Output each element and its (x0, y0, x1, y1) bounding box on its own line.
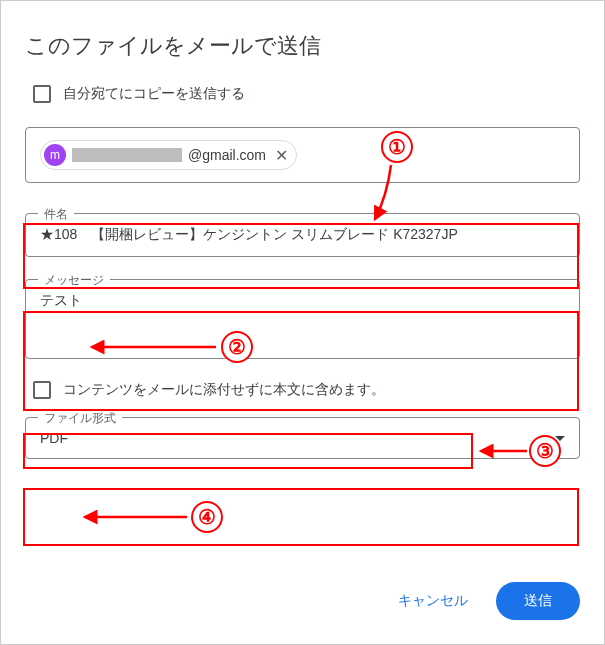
file-format-value[interactable]: PDF (40, 430, 68, 446)
recipient-field[interactable]: m @gmail.com ✕ (25, 127, 580, 183)
email-suffix: @gmail.com (188, 147, 266, 163)
avatar: m (44, 144, 66, 166)
inline-content-label: コンテンツをメールに添付せずに本文に含めます。 (63, 381, 385, 399)
file-format-field[interactable]: ファイル形式 PDF (25, 417, 580, 459)
message-label: メッセージ (38, 272, 110, 289)
close-icon[interactable]: ✕ (272, 146, 290, 164)
annotation-box-4 (23, 488, 579, 546)
inline-content-row: コンテンツをメールに添付せずに本文に含めます。 (33, 381, 580, 399)
dialog-title: このファイルをメールで送信 (25, 31, 580, 61)
send-button[interactable]: 送信 (496, 582, 580, 620)
annotation-number-4: ④ (191, 501, 223, 533)
annotation-arrow-4 (79, 507, 195, 531)
inline-content-checkbox[interactable] (33, 381, 51, 399)
dialog-actions: キャンセル 送信 (388, 582, 580, 620)
subject-label: 件名 (38, 206, 74, 223)
copy-to-self-checkbox[interactable] (33, 85, 51, 103)
cancel-button[interactable]: キャンセル (388, 584, 478, 618)
file-format-label: ファイル形式 (38, 410, 122, 427)
redacted-name (72, 148, 182, 162)
chevron-down-icon[interactable] (555, 436, 565, 441)
copy-to-self-row: 自分宛てにコピーを送信する (33, 85, 580, 103)
recipient-chip[interactable]: m @gmail.com ✕ (40, 140, 297, 170)
subject-input[interactable]: ★108 【開梱レビュー】ケンジントン スリムブレード K72327JP (40, 226, 565, 244)
message-field[interactable]: メッセージ テスト (25, 279, 580, 359)
message-input[interactable]: テスト (40, 292, 565, 310)
subject-field[interactable]: 件名 ★108 【開梱レビュー】ケンジントン スリムブレード K72327JP (25, 213, 580, 257)
copy-to-self-label: 自分宛てにコピーを送信する (63, 85, 245, 103)
